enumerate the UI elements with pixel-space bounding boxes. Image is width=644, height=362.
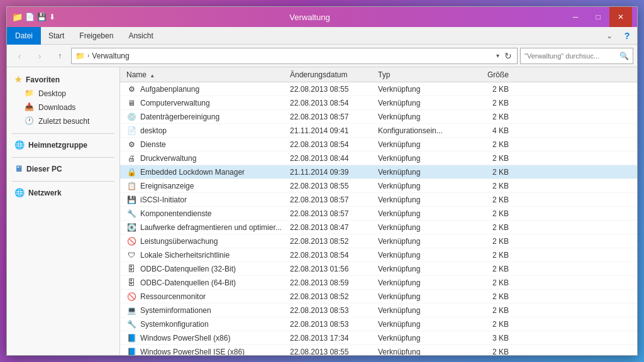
col-header-size[interactable]: Größe bbox=[462, 70, 513, 79]
sidebar-section-netzwerk: 🌐 Netzwerk bbox=[7, 185, 119, 200]
file-size-text: 2 KB bbox=[462, 306, 513, 315]
file-type-icon: 🗄 bbox=[126, 278, 136, 288]
table-row[interactable]: 🔒 Embedded Lockdown Manager 21.11.2014 0… bbox=[120, 165, 637, 179]
file-size-text: 2 KB bbox=[462, 265, 513, 273]
table-row[interactable]: 📋 Ereignisanzeige 22.08.2013 08:55 Verkn… bbox=[120, 179, 637, 193]
file-date-text: 22.08.2013 08:47 bbox=[286, 223, 374, 232]
file-type-icon: 🗄 bbox=[126, 264, 136, 274]
file-type-text: Konfigurationsein... bbox=[374, 126, 462, 135]
search-box[interactable]: 🔍 bbox=[520, 48, 633, 64]
table-row[interactable]: 🗄 ODBC-Datenquellen (32-Bit) 22.08.2013 … bbox=[120, 262, 637, 276]
sidebar-item-desktop[interactable]: 📁 Desktop bbox=[7, 87, 119, 101]
file-type-text: Verknüpfung bbox=[374, 334, 462, 343]
options-chevron-icon[interactable]: ⌄ bbox=[602, 28, 617, 43]
sort-indicator-icon: ▲ bbox=[150, 73, 155, 79]
table-row[interactable]: 💽 Laufwerke defragmentieren und optimier… bbox=[120, 221, 637, 234]
file-type-text: Verknüpfung bbox=[374, 85, 462, 94]
file-date-text: 22.08.2013 08:55 bbox=[286, 85, 374, 94]
file-size-text: 2 KB bbox=[462, 154, 513, 163]
col-header-name[interactable]: Name ▲ bbox=[123, 70, 286, 79]
table-row[interactable]: 🖨 Druckverwaltung 22.08.2013 08:44 Verkn… bbox=[120, 151, 637, 165]
menu-tab-datei[interactable]: Datei bbox=[7, 27, 41, 45]
col-header-date[interactable]: Änderungsdatum bbox=[286, 70, 374, 79]
help-icon[interactable]: ? bbox=[619, 28, 635, 43]
sidebar-label-dieser-pc: Dieser PC bbox=[26, 165, 62, 173]
file-type-icon: 💽 bbox=[126, 222, 136, 233]
sidebar-label-downloads: Downloads bbox=[38, 103, 75, 112]
file-name-text: Druckverwaltung bbox=[140, 154, 196, 163]
search-input[interactable] bbox=[525, 52, 617, 60]
table-row[interactable]: 💿 Datenträgerbereinigung 22.08.2013 08:5… bbox=[120, 110, 637, 124]
table-row[interactable]: ⚙ Aufgabenplanung 22.08.2013 08:55 Verkn… bbox=[120, 82, 637, 96]
file-date-text: 22.08.2013 08:59 bbox=[286, 278, 374, 287]
table-row[interactable]: 💻 Systeminformationen 22.08.2013 08:53 V… bbox=[120, 304, 637, 317]
window-title: Verwaltung bbox=[55, 13, 564, 22]
table-row[interactable]: 📘 Windows PowerShell ISE (x86) 22.08.201… bbox=[120, 345, 637, 355]
file-name-text: iSCSI-Initiator bbox=[140, 195, 187, 204]
menu-tab-start[interactable]: Start bbox=[41, 27, 72, 45]
file-name-text: Ereignisanzeige bbox=[140, 182, 194, 190]
network-icon: 🌐 bbox=[14, 188, 25, 197]
table-row[interactable]: 📄 desktop 21.11.2014 09:41 Konfiguration… bbox=[120, 124, 637, 138]
table-row[interactable]: 🔧 Systemkonfiguration 22.08.2013 08:53 V… bbox=[120, 317, 637, 331]
table-row[interactable]: 🖥 Computerverwaltung 22.08.2013 08:54 Ve… bbox=[120, 96, 637, 110]
back-button[interactable]: ‹ bbox=[11, 47, 28, 65]
table-row[interactable]: 📘 Windows PowerShell (x86) 22.08.2013 17… bbox=[120, 331, 637, 345]
file-type-text: Verknüpfung bbox=[374, 223, 462, 232]
sidebar-item-downloads[interactable]: 📥 Downloads bbox=[7, 101, 119, 114]
file-size-text: 2 KB bbox=[462, 292, 513, 301]
refresh-icon[interactable]: ↻ bbox=[503, 51, 513, 61]
file-type-icon: 📘 bbox=[126, 347, 136, 356]
file-type-text: Verknüpfung bbox=[374, 154, 462, 163]
table-row[interactable]: 🛡 Lokale Sicherheitsrichtlinie 22.08.201… bbox=[120, 248, 637, 262]
file-name-text: Systemkonfiguration bbox=[140, 320, 209, 329]
sidebar-header-dieser-pc[interactable]: 🖥 Dieser PC bbox=[7, 162, 119, 176]
sidebar-header-heimnetz[interactable]: 🌐 Heimnetzgruppe bbox=[7, 138, 119, 152]
table-row[interactable]: 🚫 Leistungsüberwachung 22.08.2013 08:52 … bbox=[120, 234, 637, 248]
file-date-text: 22.08.2013 08:54 bbox=[286, 140, 374, 149]
file-date-text: 22.08.2013 08:54 bbox=[286, 99, 374, 107]
file-type-text: Verknüpfung bbox=[374, 251, 462, 260]
address-dropdown-icon[interactable]: ▾ bbox=[495, 52, 501, 59]
file-date-text: 22.08.2013 08:57 bbox=[286, 112, 374, 121]
table-row[interactable]: 🗄 ODBC-Datenquellen (64-Bit) 22.08.2013 … bbox=[120, 276, 637, 290]
file-type-icon: 💿 bbox=[126, 112, 136, 122]
file-name-text: Windows PowerShell ISE (x86) bbox=[140, 348, 245, 356]
titlebar-app-icons: 📁 📄 💾 ⬇ bbox=[12, 12, 55, 22]
table-row[interactable]: 🚫 Ressourcenmonitor 22.08.2013 08:52 Ver… bbox=[120, 290, 637, 304]
close-button[interactable]: ✕ bbox=[609, 7, 632, 27]
file-date-text: 22.08.2013 08:55 bbox=[286, 182, 374, 190]
file-date-text: 22.08.2013 17:34 bbox=[286, 334, 374, 343]
file-size-text: 2 KB bbox=[462, 278, 513, 287]
path-separator: › bbox=[87, 52, 89, 59]
menu-tab-freigeben[interactable]: Freigeben bbox=[72, 27, 121, 45]
sidebar-label-desktop: Desktop bbox=[38, 89, 66, 98]
file-date-text: 22.08.2013 08:57 bbox=[286, 209, 374, 218]
col-header-type[interactable]: Typ bbox=[374, 70, 462, 79]
sidebar-header-netzwerk[interactable]: 🌐 Netzwerk bbox=[7, 185, 119, 200]
folder-icon: 📁 bbox=[75, 52, 85, 60]
titlebar: 📁 📄 💾 ⬇ Verwaltung ─ □ ✕ bbox=[7, 7, 637, 27]
up-button[interactable]: ↑ bbox=[51, 47, 69, 65]
sidebar-header-favoriten[interactable]: ★ Favoriten bbox=[7, 72, 119, 87]
file-type-icon: 🔧 bbox=[126, 209, 136, 219]
table-row[interactable]: 💾 iSCSI-Initiator 22.08.2013 08:57 Verkn… bbox=[120, 193, 637, 207]
file-type-text: Verknüpfung bbox=[374, 99, 462, 107]
sidebar-divider-1 bbox=[12, 133, 114, 134]
file-name-text: ODBC-Datenquellen (32-Bit) bbox=[140, 265, 236, 273]
sidebar-item-zuletzt[interactable]: 🕐 Zuletzt besucht bbox=[7, 114, 119, 128]
table-row[interactable]: ⚙ Dienste 22.08.2013 08:54 Verknüpfung 2… bbox=[120, 138, 637, 151]
address-bar[interactable]: 📁 › Verwaltung ▾ ↻ bbox=[71, 48, 518, 64]
maximize-button[interactable]: □ bbox=[587, 7, 609, 27]
file-size-text: 2 KB bbox=[462, 223, 513, 232]
minimize-button[interactable]: ─ bbox=[564, 7, 587, 27]
file-size-text: 2 KB bbox=[462, 99, 513, 107]
file-type-text: Verknüpfung bbox=[374, 306, 462, 315]
forward-button[interactable]: › bbox=[31, 47, 48, 65]
menu-tab-ansicht[interactable]: Ansicht bbox=[121, 27, 160, 45]
file-size-text: 2 KB bbox=[462, 168, 513, 177]
file-name-text: Ressourcenmonitor bbox=[140, 292, 206, 301]
file-type-icon: 🛡 bbox=[126, 250, 136, 260]
file-date-text: 21.11.2014 09:41 bbox=[286, 126, 374, 135]
table-row[interactable]: 🔧 Komponentendienste 22.08.2013 08:57 Ve… bbox=[120, 207, 637, 221]
